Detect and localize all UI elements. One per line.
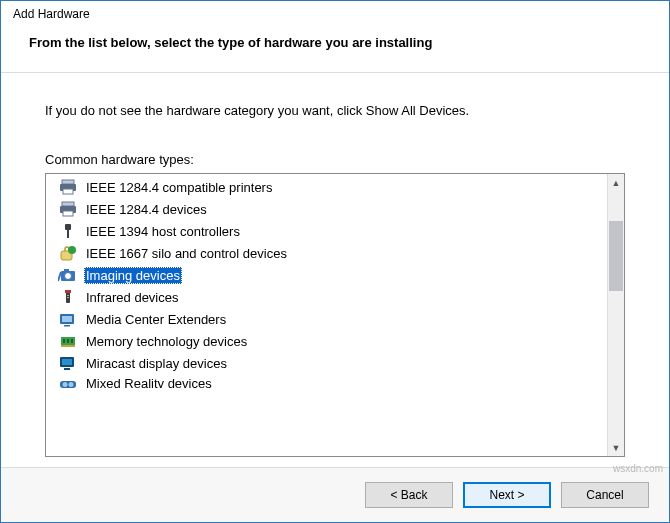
svg-point-29 [63,382,68,387]
list-item-label: Mixed Reality devices [84,375,214,388]
scroll-track[interactable] [608,191,624,439]
printer-icon [58,178,78,196]
silo-icon [58,244,78,262]
hardware-type-listbox[interactable]: IEEE 1284.4 compatible printersIEEE 1284… [45,173,625,457]
list-item[interactable]: Media Center Extenders [46,308,607,330]
list-item[interactable]: Infrared devices [46,286,607,308]
hint-text: If you do not see the hardware category … [45,103,625,118]
page-title: From the list below, select the type of … [29,35,641,50]
add-hardware-window: Add Hardware From the list below, select… [0,0,670,523]
svg-rect-0 [62,180,74,184]
svg-rect-18 [62,316,72,322]
list-item[interactable]: IEEE 1394 host controllers [46,220,607,242]
printer-icon [58,200,78,218]
svg-rect-26 [62,359,72,365]
svg-rect-21 [61,345,75,347]
wizard-header: From the list below, select the type of … [1,25,669,72]
list-item-label: Memory technology devices [84,333,249,350]
list-item[interactable]: IEEE 1667 silo and control devices [46,242,607,264]
mixed-icon [58,375,78,388]
list-item-label: Imaging devices [84,267,182,284]
list-item[interactable]: IEEE 1284.4 compatible printers [46,176,607,198]
scroll-thumb[interactable] [609,221,623,291]
svg-rect-2 [63,189,73,194]
svg-rect-24 [71,339,73,343]
svg-rect-7 [67,230,69,238]
next-button[interactable]: Next > [463,482,551,508]
wizard-body: If you do not see the hardware category … [1,73,669,467]
back-button[interactable]: < Back [365,482,453,508]
svg-rect-16 [67,297,69,298]
list-item[interactable]: IEEE 1284.4 devices [46,198,607,220]
display-icon [58,354,78,372]
svg-rect-15 [67,295,69,296]
scroll-down-button[interactable]: ▼ [608,439,624,456]
svg-point-9 [68,246,76,254]
list-item[interactable]: Imaging devices [46,264,607,286]
wizard-footer: < Back Next > Cancel [1,467,669,522]
list-item-label: IEEE 1667 silo and control devices [84,245,289,262]
svg-rect-6 [65,224,71,230]
list-item-label: IEEE 1284.4 compatible printers [84,179,274,196]
list-item-label: Miracast display devices [84,355,229,372]
svg-rect-28 [60,381,76,388]
svg-rect-19 [64,325,70,327]
extender-icon [58,310,78,328]
scroll-up-button[interactable]: ▲ [608,174,624,191]
list-item-label: Infrared devices [84,289,181,306]
infrared-icon [58,288,78,306]
list-label: Common hardware types: [45,152,625,167]
hardware-type-list: IEEE 1284.4 compatible printersIEEE 1284… [46,174,607,456]
svg-rect-14 [65,290,71,293]
scrollbar-vertical[interactable]: ▲ ▼ [607,174,624,456]
list-item[interactable]: Mixed Reality devices [46,374,607,388]
list-item-label: IEEE 1394 host controllers [84,223,242,240]
svg-rect-22 [63,339,65,343]
window-title: Add Hardware [1,1,669,25]
svg-rect-12 [64,269,69,272]
memory-icon [58,332,78,350]
svg-rect-23 [67,339,69,343]
list-item-label: Media Center Extenders [84,311,228,328]
list-item[interactable]: Memory technology devices [46,330,607,352]
svg-rect-5 [63,211,73,216]
svg-rect-27 [64,368,70,370]
cancel-button[interactable]: Cancel [561,482,649,508]
camera-icon [58,266,78,284]
svg-point-30 [69,382,74,387]
list-item[interactable]: Miracast display devices [46,352,607,374]
firewire-icon [58,222,78,240]
svg-point-11 [65,273,72,280]
svg-rect-3 [62,202,74,206]
list-item-label: IEEE 1284.4 devices [84,201,209,218]
